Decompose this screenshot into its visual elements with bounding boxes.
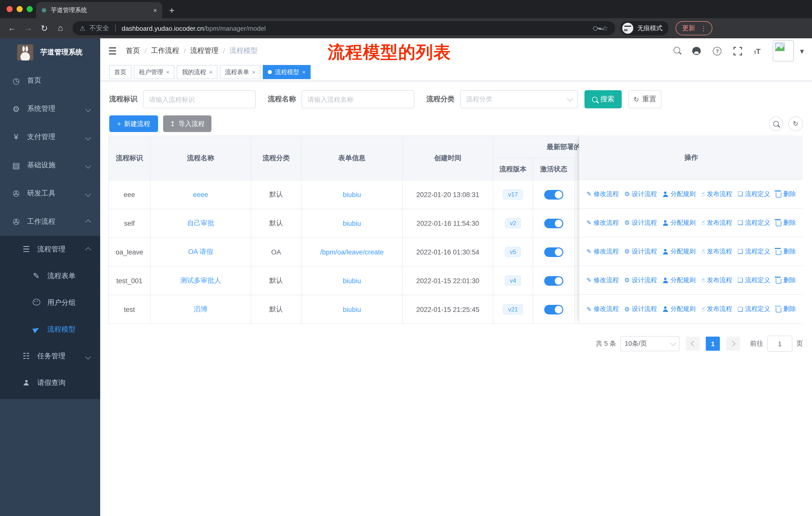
reload-icon[interactable]: ↻ xyxy=(37,23,51,33)
active-toggle[interactable] xyxy=(544,247,563,257)
tag-process-form[interactable]: 流程表单× xyxy=(220,65,261,79)
form-link[interactable]: biubiu xyxy=(301,181,403,209)
design-process-link[interactable]: ⚙设计流程 xyxy=(624,190,657,198)
fullscreen-icon[interactable] xyxy=(734,47,742,55)
sidebar-item-task-management[interactable]: ☷ 任务管理 xyxy=(0,343,100,369)
breadcrumb-process-management[interactable]: 流程管理 xyxy=(190,46,219,55)
sidebar-item-home[interactable]: ◷ 首页 xyxy=(0,66,100,95)
process-definition-link[interactable]: ❏流程定义 xyxy=(737,305,770,314)
assign-rule-link[interactable]: 分配规则 xyxy=(663,190,696,198)
delete-link[interactable]: 删除 xyxy=(776,190,796,198)
user-avatar[interactable] xyxy=(773,40,794,61)
sidebar-item-system[interactable]: ⚙ 系统管理 xyxy=(0,95,100,123)
breadcrumb-home[interactable]: 首页 xyxy=(126,46,140,55)
active-toggle[interactable] xyxy=(544,305,563,314)
bookmark-star-icon[interactable]: ☆ xyxy=(602,24,608,32)
zoom-window-button[interactable] xyxy=(27,6,33,12)
version-badge[interactable]: v5 xyxy=(505,247,521,257)
password-key-icon[interactable] xyxy=(593,26,598,30)
delete-link[interactable]: 删除 xyxy=(776,276,796,284)
assign-rule-link[interactable]: 分配规则 xyxy=(663,218,696,227)
edit-process-link[interactable]: ✎修改流程 xyxy=(586,190,619,198)
tab-close-icon[interactable]: × xyxy=(153,6,157,14)
import-process-button[interactable]: ↥导入流程 xyxy=(163,115,211,132)
version-badge[interactable]: v17 xyxy=(503,189,523,199)
delete-link[interactable]: 删除 xyxy=(776,305,796,314)
sidebar-item-infrastructure[interactable]: ▤ 基础设施 xyxy=(0,151,100,180)
sidebar-item-devtools[interactable]: ✇ 研发工具 xyxy=(0,180,100,208)
edit-process-link[interactable]: ✎修改流程 xyxy=(586,247,619,256)
process-name-input[interactable] xyxy=(301,90,414,108)
process-definition-link[interactable]: ❏流程定义 xyxy=(737,190,770,198)
sidebar-item-process-management[interactable]: ☰ 流程管理 xyxy=(0,236,100,263)
current-page-button[interactable]: 1 xyxy=(706,336,720,351)
version-badge[interactable]: v4 xyxy=(505,276,521,286)
model-name-link[interactable]: OA 请假 xyxy=(150,238,251,266)
edit-process-link[interactable]: ✎修改流程 xyxy=(586,218,619,227)
form-link[interactable]: /bpm/oa/leave/create xyxy=(301,238,403,266)
font-size-icon[interactable]: tT xyxy=(754,47,761,55)
assign-rule-link[interactable]: 分配规则 xyxy=(663,305,696,314)
close-icon[interactable]: × xyxy=(166,69,169,75)
forward-icon[interactable]: → xyxy=(21,23,35,33)
process-category-select[interactable]: 流程分类 xyxy=(460,90,578,108)
assign-rule-link[interactable]: 分配规则 xyxy=(663,276,696,284)
design-process-link[interactable]: ⚙设计流程 xyxy=(624,305,657,314)
tag-home[interactable]: 首页 xyxy=(109,65,132,79)
publish-process-link[interactable]: ☝发布流程 xyxy=(701,247,732,256)
breadcrumb-workflow[interactable]: 工作流程 xyxy=(151,46,179,55)
form-link[interactable]: biubiu xyxy=(301,267,403,295)
edit-process-link[interactable]: ✎修改流程 xyxy=(586,305,619,314)
window-controls[interactable] xyxy=(6,6,33,12)
sidebar-item-process-form[interactable]: ✎ 流程表单 xyxy=(0,263,100,289)
help-icon[interactable]: ? xyxy=(713,47,722,55)
caret-down-icon[interactable]: ▾ xyxy=(800,46,804,56)
new-tab-button[interactable]: + xyxy=(169,5,174,16)
active-toggle[interactable] xyxy=(544,276,563,286)
model-name-link[interactable]: 自己审批 xyxy=(150,209,251,237)
refresh-table-button[interactable]: ↻ xyxy=(788,116,803,131)
home-icon[interactable]: ⌂ xyxy=(53,23,67,33)
browser-tab[interactable]: ❋ 芋道管理系统 × xyxy=(36,2,162,18)
design-process-link[interactable]: ⚙设计流程 xyxy=(624,247,657,256)
back-icon[interactable]: ← xyxy=(5,23,19,33)
sidebar-item-user-group[interactable]: 用户分组 xyxy=(0,289,100,316)
chrome-update-button[interactable]: 更新 ⋮ xyxy=(675,21,712,35)
version-badge[interactable]: v21 xyxy=(503,304,523,315)
tag-my-process[interactable]: 我的流程× xyxy=(177,65,218,79)
delete-link[interactable]: 删除 xyxy=(776,218,796,227)
close-icon[interactable]: × xyxy=(302,69,306,75)
active-toggle[interactable] xyxy=(544,190,563,199)
tag-process-model[interactable]: 流程模型× xyxy=(263,65,311,79)
version-badge[interactable]: v2 xyxy=(505,218,521,228)
close-window-button[interactable] xyxy=(6,6,12,12)
minimize-window-button[interactable] xyxy=(17,6,23,12)
model-name-link[interactable]: 测试多审批人 xyxy=(150,267,251,295)
sidebar-item-process-model[interactable]: 流程模型 xyxy=(0,316,100,343)
reset-button[interactable]: ↻重置 xyxy=(628,90,662,108)
publish-process-link[interactable]: ☝发布流程 xyxy=(701,276,732,284)
publish-process-link[interactable]: ☝发布流程 xyxy=(701,305,732,314)
form-link[interactable]: biubiu xyxy=(301,209,403,237)
model-name-link[interactable]: eeee xyxy=(150,181,251,209)
page-size-select[interactable]: 10条/页 xyxy=(620,336,679,351)
create-process-button[interactable]: +新建流程 xyxy=(109,115,158,132)
sidebar-item-payment[interactable]: ¥ 支付管理 xyxy=(0,123,100,151)
design-process-link[interactable]: ⚙设计流程 xyxy=(624,218,657,227)
sidebar-item-workflow[interactable]: ✇ 工作流程 xyxy=(0,208,100,236)
toggle-search-button[interactable] xyxy=(769,116,783,131)
address-bar[interactable]: ⚠ 不安全 dashboard.yudao.iocoder.cn/bpm/man… xyxy=(72,21,615,35)
close-icon[interactable]: × xyxy=(252,69,256,75)
form-link[interactable]: biubiu xyxy=(301,295,403,324)
browser-menu-icon[interactable]: ⋮ xyxy=(700,24,707,32)
process-id-input[interactable] xyxy=(143,90,256,108)
publish-process-link[interactable]: ☝发布流程 xyxy=(701,190,732,198)
model-name-link[interactable]: 滔博 xyxy=(150,295,251,324)
not-secure-label[interactable]: 不安全 xyxy=(89,24,109,33)
tag-tenant[interactable]: 租户管理× xyxy=(134,65,174,79)
publish-process-link[interactable]: ☝发布流程 xyxy=(701,218,732,227)
update-label[interactable]: 更新 xyxy=(682,24,695,33)
sidebar-item-leave-query[interactable]: 请假查询 xyxy=(0,369,100,396)
delete-link[interactable]: 删除 xyxy=(776,247,796,256)
github-icon[interactable] xyxy=(692,47,701,55)
